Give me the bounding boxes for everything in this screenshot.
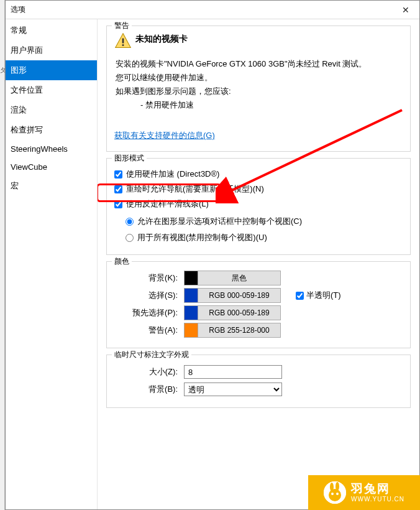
semi-transparent-checkbox[interactable] — [296, 292, 304, 300]
dialog-title: 选项 — [11, 4, 25, 15]
warn-line2: 您可以继续使用硬件加速。 — [116, 71, 403, 85]
per-view-radio[interactable] — [126, 218, 134, 226]
temp-dim-group: 临时尺寸标注文字外观 大小(Z): 背景(B): 透明 — [106, 355, 411, 408]
logo-cn: 羽兔网 — [351, 483, 404, 496]
svg-rect-2 — [122, 44, 124, 46]
warn-line3: 如果遇到图形显示问题，您应该: — [116, 85, 403, 98]
all-views-radio-label: 用于所有视图(禁用控制每个视图)(U) — [137, 232, 267, 243]
all-views-radio[interactable] — [126, 234, 134, 242]
sidebar-item-general[interactable]: 常规 — [6, 21, 97, 40]
colors-group-title: 颜色 — [112, 256, 132, 267]
warn-color-label: 警告(A): — [114, 325, 180, 336]
semi-transparent-row[interactable]: 半透明(T) — [296, 290, 341, 301]
hardware-info-link-row: 获取有关支持硬件的信息(G) — [114, 129, 403, 141]
per-view-radio-label: 允许在图形显示选项对话框中控制每个视图(C) — [137, 216, 302, 227]
antialias-row[interactable]: 使用反走样平滑线条(L) — [114, 198, 403, 210]
sidebar-item-macros[interactable]: 宏 — [6, 176, 97, 196]
sel-color-label: 选择(S): — [114, 290, 180, 301]
sidebar-item-steeringwheels[interactable]: SteeringWheels — [6, 140, 97, 158]
all-views-radio-row[interactable]: 用于所有视图(禁用控制每个视图)(U) — [126, 232, 403, 243]
watermark-logo: 羽兔网 WWW.YUTU.CN — [308, 475, 420, 510]
options-dialog: 选项 ✕ 常规 用户界面 图形 文件位置 渲染 检查拼写 SteeringWhe… — [5, 0, 420, 510]
colors-group: 颜色 背景(K): 黑色 选择(S): RGB 000-059-189 — [106, 261, 411, 348]
warn-line1: 安装的视频卡"NVIDIA GeForce GTX 1060 3GB"尚未经过 … — [116, 57, 403, 71]
close-button[interactable]: ✕ — [392, 1, 419, 19]
sidebar-item-graphics[interactable]: 图形 — [6, 60, 97, 80]
warn-line4: - 禁用硬件加速 — [140, 98, 403, 112]
bg-color-button[interactable]: 黑色 — [184, 271, 281, 285]
semi-transparent-label: 半透明(T) — [306, 290, 341, 301]
warn-color-row: 警告(A): RGB 255-128-000 — [114, 323, 403, 338]
dim-size-label: 大小(Z): — [114, 366, 180, 378]
logo-bunny-icon — [324, 481, 346, 504]
warning-icon — [114, 32, 132, 50]
dim-bg-select[interactable]: 透明 — [184, 382, 282, 396]
presel-color-name: RGB 000-059-189 — [198, 308, 280, 317]
bg-color-swatch — [185, 271, 198, 285]
presel-color-swatch — [185, 306, 198, 320]
presel-color-button[interactable]: RGB 000-059-189 — [184, 305, 281, 320]
hardware-info-link[interactable]: 获取有关支持硬件的信息(G) — [114, 131, 215, 140]
content-panel: 警告 未知的视频卡 安装的视频卡"NVIDIA GeForce GTX 1060… — [98, 19, 419, 509]
hw-accel-row[interactable]: 使用硬件加速 (Direct3D®) — [114, 169, 403, 180]
warn-color-button[interactable]: RGB 255-128-000 — [184, 323, 281, 338]
strip-char-1: 攵 — [0, 66, 4, 75]
dim-size-row: 大小(Z): — [114, 365, 403, 379]
warning-group-title: 警告 — [112, 21, 132, 31]
presel-color-row: 预先选择(P): RGB 000-059-189 — [114, 305, 403, 320]
svg-rect-1 — [122, 39, 124, 44]
logo-text: 羽兔网 WWW.YUTU.CN — [351, 483, 404, 503]
graphics-mode-group: 图形模式 使用硬件加速 (Direct3D®) 重绘时允许导航(需要重新打开模型… — [106, 158, 411, 255]
left-app-strip: 攵 — [0, 0, 5, 510]
warning-title: 未知的视频卡 — [135, 32, 188, 45]
sidebar-item-spellcheck[interactable]: 检查拼写 — [6, 120, 97, 140]
sidebar-item-ui[interactable]: 用户界面 — [6, 40, 97, 60]
bg-color-row: 背景(K): 黑色 — [114, 271, 403, 285]
warn-color-swatch — [185, 323, 198, 337]
redraw-nav-checkbox[interactable] — [114, 185, 122, 193]
dim-bg-label: 背景(B): — [114, 384, 180, 395]
svg-point-8 — [329, 489, 341, 501]
sidebar-item-viewcube[interactable]: ViewCube — [6, 158, 97, 176]
category-sidebar: 常规 用户界面 图形 文件位置 渲染 检查拼写 SteeringWheels V… — [6, 19, 98, 509]
antialias-checkbox[interactable] — [114, 200, 122, 208]
graphics-mode-group-title: 图形模式 — [112, 153, 147, 164]
warning-header: 未知的视频卡 — [114, 32, 403, 50]
redraw-nav-row[interactable]: 重绘时允许导航(需要重新打开模型)(N) — [114, 183, 403, 195]
bg-color-label: 背景(K): — [114, 272, 180, 284]
hw-accel-checkbox[interactable] — [114, 170, 122, 178]
warning-group: 警告 未知的视频卡 安装的视频卡"NVIDIA GeForce GTX 1060… — [106, 26, 411, 152]
close-icon: ✕ — [402, 5, 409, 15]
antialias-label: 使用反走样平滑线条(L) — [126, 198, 209, 210]
sel-color-row: 选择(S): RGB 000-059-189 半透明(T) — [114, 288, 403, 303]
titlebar: 选项 ✕ — [6, 1, 419, 19]
logo-en: WWW.YUTU.CN — [351, 496, 404, 503]
sel-color-swatch — [185, 289, 198, 302]
presel-color-label: 预先选择(P): — [114, 307, 180, 318]
svg-point-9 — [331, 493, 334, 495]
temp-dim-group-title: 临时尺寸标注文字外观 — [112, 350, 191, 360]
warning-body: 安装的视频卡"NVIDIA GeForce GTX 1060 3GB"尚未经过 … — [116, 57, 403, 112]
sel-color-button[interactable]: RGB 000-059-189 — [184, 288, 281, 303]
redraw-nav-label: 重绘时允许导航(需要重新打开模型)(N) — [126, 183, 264, 195]
sidebar-item-file-locations[interactable]: 文件位置 — [6, 80, 97, 100]
dim-size-input[interactable] — [184, 365, 282, 379]
dim-bg-row: 背景(B): 透明 — [114, 382, 403, 396]
sidebar-item-render[interactable]: 渲染 — [6, 100, 97, 120]
bg-color-name: 黑色 — [198, 273, 280, 284]
dialog-body: 常规 用户界面 图形 文件位置 渲染 检查拼写 SteeringWheels V… — [6, 19, 419, 509]
per-view-radio-row[interactable]: 允许在图形显示选项对话框中控制每个视图(C) — [126, 216, 403, 227]
hw-accel-label: 使用硬件加速 (Direct3D®) — [126, 169, 219, 180]
svg-point-10 — [336, 493, 339, 495]
sel-color-name: RGB 000-059-189 — [198, 291, 280, 300]
warn-color-name: RGB 255-128-000 — [198, 326, 280, 335]
